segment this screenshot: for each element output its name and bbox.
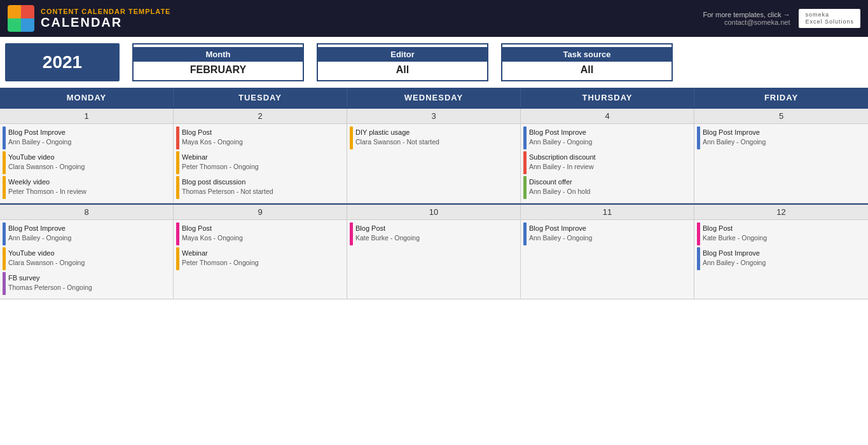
task-sub: Thomas Peterson - Ongoing [8,283,92,292]
task-title: Blog Post Improve [8,224,71,233]
header-contact-email: contact@someka.net [703,18,790,26]
list-item: Blog Post Maya Kos - Ongoing [176,222,344,245]
day-wednesday: WEDNESDAY [347,88,521,107]
task-sub: Clara Swanson - Not started [355,137,439,147]
cell-date: 3 [347,109,520,124]
month-filter[interactable]: Month FEBRUARY [132,43,304,81]
cell-date: 9 [174,205,347,220]
task-content: Blog Post Improve Ann Bailey - Ongoing [700,127,768,149]
someka-logo: someka Excel Solutions [799,9,860,28]
task-content: DIY plastic usage Clara Swanson - Not st… [353,127,442,149]
task-content: FB survey Thomas Peterson - Ongoing [6,272,95,295]
list-item: YouTube video Clara Swanson - Ongoing [3,247,170,270]
cell-date: 10 [347,205,520,220]
task-content: Blog Post Improve Ann Bailey - Ongoing [6,222,74,245]
task-source-label: Task source [502,47,672,62]
task-title: DIY plastic usage [355,128,439,137]
editor-label: Editor [318,47,487,62]
cell-wed-3: 3 DIY plastic usage Clara Swanson - Not … [347,109,521,203]
year-value: 2021 [43,52,82,72]
list-item: Blog Post Improve Ann Bailey - Ongoing [523,127,691,149]
task-title: Blog Post Improve [703,249,766,258]
list-item: Blog Post Improve Ann Bailey - Ongoing [697,127,865,149]
task-sub: Ann Bailey - Ongoing [529,137,592,147]
task-title: Weekly video [8,177,86,187]
cell-date: 1 [0,109,173,124]
cell-wed-10: 10 Blog Post Kate Burke - Ongoing [347,205,521,299]
task-source-value: All [581,62,593,78]
task-content: Discount offer Ann Bailey - On hold [527,176,593,199]
task-content: YouTube video Clara Swanson - Ongoing [6,151,87,174]
cell-thu-4: 4 Blog Post Improve Ann Bailey - Ongoing… [521,109,694,203]
task-content: Blog Post Improve Ann Bailey - Ongoing [527,127,595,149]
task-sub: Maya Kos - Ongoing [182,233,243,243]
days-header: MONDAY TUESDAY WEDNESDAY THURSDAY FRIDAY [0,88,868,107]
day-monday: MONDAY [0,88,174,107]
cell-mon-8: 8 Blog Post Improve Ann Bailey - Ongoing… [0,205,174,299]
task-sub: Ann Bailey - Ongoing [703,258,766,268]
task-title: Blog Post Improve [529,128,592,137]
header-titles: CONTENT CALENDAR TEMPLATE CALENDAR [41,8,170,30]
task-title: Blog Post Improve [8,128,71,137]
cell-date: 8 [0,205,173,220]
list-item: Blog Post Improve Ann Bailey - Ongoing [523,222,691,245]
task-title: Blog Post [703,224,767,233]
task-sub: Peter Thomson - Ongoing [182,258,259,268]
task-title: Blog Post [182,128,243,137]
task-content: Blog Post Improve Ann Bailey - Ongoing [6,127,74,149]
month-value: FEBRUARY [190,62,246,78]
task-sub: Ann Bailey - On hold [529,187,590,196]
task-sub: Ann Bailey - Ongoing [529,233,592,243]
day-friday: FRIDAY [694,88,868,107]
cell-mon-1: 1 Blog Post Improve Ann Bailey - Ongoing… [0,109,174,203]
task-title: Webinar [182,153,259,162]
task-sub: Peter Thomson - In review [8,187,86,196]
task-source-filter[interactable]: Task source All [501,43,673,81]
task-title: Blog Post [182,224,243,233]
task-content: Blog Post Improve Ann Bailey - Ongoing [527,222,595,245]
header-right: For more templates, click → contact@some… [703,9,860,28]
list-item: YouTube video Clara Swanson - Ongoing [3,151,170,174]
list-item: Blog Post Improve Ann Bailey - Ongoing [697,247,865,270]
year-box[interactable]: 2021 [5,43,120,81]
month-label: Month [134,47,303,62]
task-title: Discount offer [529,177,590,187]
task-content: Blog Post Maya Kos - Ongoing [179,127,245,149]
list-item: Subscription discount Ann Bailey - In re… [523,151,691,174]
header-contact-text: For more templates, click → [703,11,790,18]
task-sub: Ann Bailey - Ongoing [703,137,766,147]
cell-date: 4 [521,109,694,124]
day-thursday: THURSDAY [521,88,694,107]
brand-name: someka [805,11,854,18]
list-item: Blog Post Maya Kos - Ongoing [176,127,344,149]
week2-grid: 8 Blog Post Improve Ann Bailey - Ongoing… [0,203,868,299]
brand-sub: Excel Solutions [805,18,854,25]
task-title: YouTube video [8,153,85,162]
cell-fri-5: 5 Blog Post Improve Ann Bailey - Ongoing [694,109,868,203]
task-content: Subscription discount Ann Bailey - In re… [527,151,598,174]
list-item: Webinar Peter Thomson - Ongoing [176,151,344,174]
task-title: Webinar [182,249,259,258]
task-sub: Kate Burke - Ongoing [703,233,767,243]
task-content: Blog Post Kate Burke - Ongoing [353,222,422,245]
filter-row: 2021 Month FEBRUARY Editor All Task sour… [0,37,868,88]
task-content: YouTube video Clara Swanson - Ongoing [6,247,87,270]
list-item: Weekly video Peter Thomson - In review [3,176,170,199]
task-title: Blog post discussion [182,177,273,187]
cell-date: 2 [174,109,347,124]
task-sub: Clara Swanson - Ongoing [8,162,85,172]
task-sub: Ann Bailey - In review [529,162,596,172]
list-item: Blog Post Improve Ann Bailey - Ongoing [3,127,170,149]
list-item: Blog Post Kate Burke - Ongoing [697,222,865,245]
task-content: Blog Post Improve Ann Bailey - Ongoing [700,247,768,270]
editor-filter[interactable]: Editor All [317,43,488,81]
list-item: Blog post discussion Thomas Peterson - N… [176,176,344,199]
task-content: Webinar Peter Thomson - Ongoing [179,247,261,270]
cell-date: 5 [694,109,868,124]
task-sub: Kate Burke - Ongoing [355,233,420,243]
header-contact: For more templates, click → contact@some… [703,11,790,26]
task-sub: Clara Swanson - Ongoing [8,258,85,268]
task-sub: Maya Kos - Ongoing [182,137,243,147]
task-content: Blog post discussion Thomas Peterson - N… [179,176,276,199]
list-item: DIY plastic usage Clara Swanson - Not st… [350,127,518,149]
